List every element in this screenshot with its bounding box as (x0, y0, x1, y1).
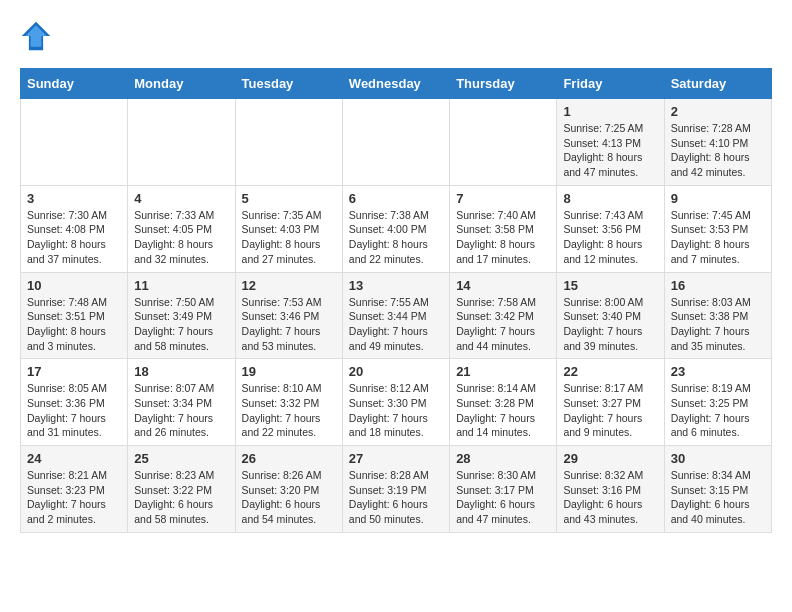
calendar-week-2: 3Sunrise: 7:30 AM Sunset: 4:08 PM Daylig… (21, 185, 772, 272)
calendar-cell: 29Sunrise: 8:32 AM Sunset: 3:16 PM Dayli… (557, 446, 664, 533)
day-info: Sunrise: 7:43 AM Sunset: 3:56 PM Dayligh… (563, 208, 657, 267)
calendar-cell: 25Sunrise: 8:23 AM Sunset: 3:22 PM Dayli… (128, 446, 235, 533)
calendar-cell: 8Sunrise: 7:43 AM Sunset: 3:56 PM Daylig… (557, 185, 664, 272)
header-saturday: Saturday (664, 69, 771, 99)
calendar-cell (342, 99, 449, 186)
day-info: Sunrise: 7:33 AM Sunset: 4:05 PM Dayligh… (134, 208, 228, 267)
day-number: 22 (563, 364, 657, 379)
day-number: 12 (242, 278, 336, 293)
calendar-cell: 23Sunrise: 8:19 AM Sunset: 3:25 PM Dayli… (664, 359, 771, 446)
header-monday: Monday (128, 69, 235, 99)
day-info: Sunrise: 7:30 AM Sunset: 4:08 PM Dayligh… (27, 208, 121, 267)
calendar-cell: 2Sunrise: 7:28 AM Sunset: 4:10 PM Daylig… (664, 99, 771, 186)
day-number: 13 (349, 278, 443, 293)
day-info: Sunrise: 7:58 AM Sunset: 3:42 PM Dayligh… (456, 295, 550, 354)
day-info: Sunrise: 8:21 AM Sunset: 3:23 PM Dayligh… (27, 468, 121, 527)
calendar-cell: 5Sunrise: 7:35 AM Sunset: 4:03 PM Daylig… (235, 185, 342, 272)
calendar-cell: 14Sunrise: 7:58 AM Sunset: 3:42 PM Dayli… (450, 272, 557, 359)
day-number: 29 (563, 451, 657, 466)
day-info: Sunrise: 8:17 AM Sunset: 3:27 PM Dayligh… (563, 381, 657, 440)
day-info: Sunrise: 7:38 AM Sunset: 4:00 PM Dayligh… (349, 208, 443, 267)
day-info: Sunrise: 8:30 AM Sunset: 3:17 PM Dayligh… (456, 468, 550, 527)
day-number: 1 (563, 104, 657, 119)
logo (20, 20, 56, 52)
page-header (20, 20, 772, 52)
day-number: 14 (456, 278, 550, 293)
day-info: Sunrise: 8:34 AM Sunset: 3:15 PM Dayligh… (671, 468, 765, 527)
day-info: Sunrise: 8:12 AM Sunset: 3:30 PM Dayligh… (349, 381, 443, 440)
day-info: Sunrise: 8:26 AM Sunset: 3:20 PM Dayligh… (242, 468, 336, 527)
calendar-cell: 24Sunrise: 8:21 AM Sunset: 3:23 PM Dayli… (21, 446, 128, 533)
calendar-cell: 28Sunrise: 8:30 AM Sunset: 3:17 PM Dayli… (450, 446, 557, 533)
calendar-cell: 15Sunrise: 8:00 AM Sunset: 3:40 PM Dayli… (557, 272, 664, 359)
day-info: Sunrise: 7:35 AM Sunset: 4:03 PM Dayligh… (242, 208, 336, 267)
calendar-header-row: SundayMondayTuesdayWednesdayThursdayFrid… (21, 69, 772, 99)
calendar-cell: 7Sunrise: 7:40 AM Sunset: 3:58 PM Daylig… (450, 185, 557, 272)
header-tuesday: Tuesday (235, 69, 342, 99)
day-info: Sunrise: 7:53 AM Sunset: 3:46 PM Dayligh… (242, 295, 336, 354)
day-info: Sunrise: 7:50 AM Sunset: 3:49 PM Dayligh… (134, 295, 228, 354)
day-info: Sunrise: 8:07 AM Sunset: 3:34 PM Dayligh… (134, 381, 228, 440)
calendar-cell: 22Sunrise: 8:17 AM Sunset: 3:27 PM Dayli… (557, 359, 664, 446)
calendar-cell: 13Sunrise: 7:55 AM Sunset: 3:44 PM Dayli… (342, 272, 449, 359)
day-number: 6 (349, 191, 443, 206)
day-number: 28 (456, 451, 550, 466)
svg-marker-1 (25, 25, 46, 46)
calendar-cell (128, 99, 235, 186)
header-friday: Friday (557, 69, 664, 99)
day-number: 21 (456, 364, 550, 379)
calendar-cell: 30Sunrise: 8:34 AM Sunset: 3:15 PM Dayli… (664, 446, 771, 533)
calendar-cell: 4Sunrise: 7:33 AM Sunset: 4:05 PM Daylig… (128, 185, 235, 272)
day-number: 15 (563, 278, 657, 293)
calendar-week-1: 1Sunrise: 7:25 AM Sunset: 4:13 PM Daylig… (21, 99, 772, 186)
day-number: 26 (242, 451, 336, 466)
calendar-cell (450, 99, 557, 186)
day-info: Sunrise: 7:28 AM Sunset: 4:10 PM Dayligh… (671, 121, 765, 180)
day-number: 9 (671, 191, 765, 206)
day-number: 30 (671, 451, 765, 466)
calendar-cell: 10Sunrise: 7:48 AM Sunset: 3:51 PM Dayli… (21, 272, 128, 359)
calendar-cell: 19Sunrise: 8:10 AM Sunset: 3:32 PM Dayli… (235, 359, 342, 446)
day-info: Sunrise: 8:05 AM Sunset: 3:36 PM Dayligh… (27, 381, 121, 440)
calendar-cell: 20Sunrise: 8:12 AM Sunset: 3:30 PM Dayli… (342, 359, 449, 446)
day-info: Sunrise: 7:48 AM Sunset: 3:51 PM Dayligh… (27, 295, 121, 354)
day-info: Sunrise: 8:00 AM Sunset: 3:40 PM Dayligh… (563, 295, 657, 354)
calendar-cell (21, 99, 128, 186)
day-number: 25 (134, 451, 228, 466)
calendar-cell: 21Sunrise: 8:14 AM Sunset: 3:28 PM Dayli… (450, 359, 557, 446)
day-info: Sunrise: 7:45 AM Sunset: 3:53 PM Dayligh… (671, 208, 765, 267)
calendar-cell: 11Sunrise: 7:50 AM Sunset: 3:49 PM Dayli… (128, 272, 235, 359)
calendar-week-4: 17Sunrise: 8:05 AM Sunset: 3:36 PM Dayli… (21, 359, 772, 446)
calendar-cell: 17Sunrise: 8:05 AM Sunset: 3:36 PM Dayli… (21, 359, 128, 446)
day-number: 19 (242, 364, 336, 379)
calendar-cell: 16Sunrise: 8:03 AM Sunset: 3:38 PM Dayli… (664, 272, 771, 359)
day-info: Sunrise: 8:28 AM Sunset: 3:19 PM Dayligh… (349, 468, 443, 527)
calendar-cell: 12Sunrise: 7:53 AM Sunset: 3:46 PM Dayli… (235, 272, 342, 359)
day-number: 7 (456, 191, 550, 206)
day-number: 16 (671, 278, 765, 293)
day-info: Sunrise: 8:32 AM Sunset: 3:16 PM Dayligh… (563, 468, 657, 527)
day-number: 3 (27, 191, 121, 206)
day-number: 17 (27, 364, 121, 379)
day-number: 18 (134, 364, 228, 379)
day-number: 10 (27, 278, 121, 293)
day-info: Sunrise: 8:03 AM Sunset: 3:38 PM Dayligh… (671, 295, 765, 354)
day-number: 5 (242, 191, 336, 206)
day-number: 8 (563, 191, 657, 206)
day-number: 24 (27, 451, 121, 466)
calendar-cell: 18Sunrise: 8:07 AM Sunset: 3:34 PM Dayli… (128, 359, 235, 446)
calendar-cell: 6Sunrise: 7:38 AM Sunset: 4:00 PM Daylig… (342, 185, 449, 272)
day-number: 2 (671, 104, 765, 119)
calendar-week-5: 24Sunrise: 8:21 AM Sunset: 3:23 PM Dayli… (21, 446, 772, 533)
day-info: Sunrise: 8:23 AM Sunset: 3:22 PM Dayligh… (134, 468, 228, 527)
calendar-cell: 27Sunrise: 8:28 AM Sunset: 3:19 PM Dayli… (342, 446, 449, 533)
day-info: Sunrise: 7:40 AM Sunset: 3:58 PM Dayligh… (456, 208, 550, 267)
calendar-cell: 1Sunrise: 7:25 AM Sunset: 4:13 PM Daylig… (557, 99, 664, 186)
day-number: 20 (349, 364, 443, 379)
header-thursday: Thursday (450, 69, 557, 99)
calendar-cell: 26Sunrise: 8:26 AM Sunset: 3:20 PM Dayli… (235, 446, 342, 533)
calendar-cell: 3Sunrise: 7:30 AM Sunset: 4:08 PM Daylig… (21, 185, 128, 272)
day-info: Sunrise: 8:10 AM Sunset: 3:32 PM Dayligh… (242, 381, 336, 440)
day-number: 11 (134, 278, 228, 293)
calendar-week-3: 10Sunrise: 7:48 AM Sunset: 3:51 PM Dayli… (21, 272, 772, 359)
